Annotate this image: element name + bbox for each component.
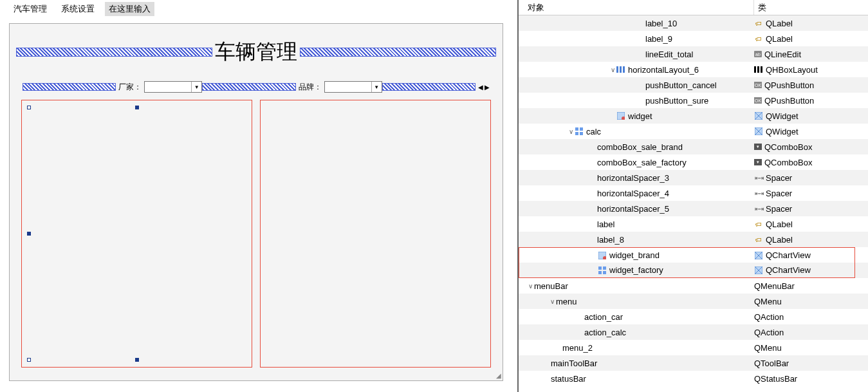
class-name: QPushButton <box>764 80 814 90</box>
selection-handle-icon[interactable] <box>135 358 139 362</box>
tree-row[interactable]: pushButton_cancelOKQPushButton <box>519 77 868 93</box>
object-name: menu <box>556 297 577 306</box>
tree-row[interactable]: label_9🏷QLabel <box>519 31 868 46</box>
designer-canvas[interactable]: 车辆管理 厂家： ▼ 品牌： ▼ ◀▶ ◢ <box>9 23 503 381</box>
horizontal-spacer-icon[interactable] <box>202 83 295 91</box>
class-name: QLabel <box>766 235 793 245</box>
object-name: calc <box>586 127 601 136</box>
expander-icon[interactable]: ∨ <box>567 128 575 135</box>
tree-row[interactable]: comboBox_sale_factory▾QComboBox <box>519 154 868 170</box>
class-name: QMenuBar <box>754 281 795 291</box>
tree-row[interactable]: label_8🏷QLabel <box>519 232 868 247</box>
object-name: mainToolBar <box>551 359 597 368</box>
tree-row[interactable]: horizontalSpacer_5⇤⇥Spacer <box>519 201 868 216</box>
tree-row[interactable]: ∨horizontalLayout_6QHBoxLayout <box>519 62 868 77</box>
tree-row[interactable]: widget_brandQChartView <box>519 247 868 263</box>
expander-icon[interactable]: ∨ <box>526 283 534 290</box>
tree-row[interactable]: menu_2QMenu <box>519 340 868 355</box>
object-name: menu_2 <box>562 343 593 353</box>
tree-row[interactable]: widget_factoryQChartView <box>519 263 868 278</box>
header-object[interactable]: 对象 <box>519 0 754 15</box>
class-name: QLabel <box>766 219 793 229</box>
tree-row[interactable]: label🏷QLabel <box>519 216 868 232</box>
header-class[interactable]: 类 <box>754 0 868 15</box>
page-title[interactable]: 车辆管理 <box>212 38 300 66</box>
tree-row[interactable]: ∨calcQWidget <box>519 124 868 139</box>
expander-icon[interactable]: ∨ <box>609 66 616 73</box>
object-name: widget_factory <box>609 265 663 275</box>
horizontal-spacer-icon[interactable] <box>16 48 212 57</box>
object-inspector: 对象 类 label_10🏷QLabellabel_9🏷QLabellineEd… <box>519 0 868 392</box>
tree-row[interactable]: statusBarQStatusBar <box>519 371 868 386</box>
object-name: label_9 <box>645 34 672 44</box>
object-name: widget_brand <box>609 250 660 260</box>
widget-icon <box>754 251 763 260</box>
class-name: QAction <box>754 328 784 337</box>
selection-handle-icon[interactable] <box>27 106 31 109</box>
horizontal-spacer-icon[interactable] <box>23 83 116 91</box>
chevron-down-icon: ▼ <box>371 82 382 92</box>
tree-row[interactable]: comboBox_sale_brand▾QComboBox <box>519 139 868 154</box>
tree-row[interactable]: pushButton_sureOKQPushButton <box>519 93 868 108</box>
tree-row[interactable]: ∨menuQMenu <box>519 294 868 309</box>
class-name: QWidget <box>766 111 799 121</box>
widget-brand-frame[interactable] <box>21 100 252 368</box>
tree-row[interactable]: action_carQAction <box>519 309 868 324</box>
factory-label: 厂家： <box>116 82 144 93</box>
menu-system-settings[interactable]: 系统设置 <box>57 2 98 16</box>
object-name: comboBox_sale_brand <box>597 142 683 152</box>
tree-row[interactable]: widgetQWidget <box>519 108 868 124</box>
grid-layout-icon <box>598 266 607 275</box>
layout-nav-arrows[interactable]: ◀▶ <box>478 84 490 91</box>
horizontal-spacer-icon[interactable] <box>382 83 476 91</box>
menu-type-here[interactable]: 在这里输入 <box>105 2 154 16</box>
tree-row[interactable]: lineEdit_totalabQLineEdit <box>519 46 868 62</box>
tree-row[interactable]: horizontalSpacer_3⇤⇥Spacer <box>519 170 868 185</box>
svg-rect-5 <box>761 66 762 73</box>
svg-rect-1 <box>620 66 622 73</box>
widget-icon <box>598 251 607 260</box>
object-name: horizontalLayout_6 <box>628 65 699 75</box>
class-name: QLineEdit <box>764 50 801 59</box>
resize-grip-icon[interactable]: ◢ <box>496 372 501 379</box>
label-icon: 🏷 <box>754 34 763 43</box>
label-icon: 🏷 <box>754 219 763 229</box>
object-name: horizontalSpacer_3 <box>597 173 669 183</box>
tree-row[interactable]: ∨menuBarQMenuBar <box>519 278 868 294</box>
selection-handle-icon[interactable] <box>27 358 31 362</box>
class-name: QToolBar <box>754 359 789 368</box>
tree-row[interactable]: mainToolBarQToolBar <box>519 355 868 371</box>
tree-row[interactable]: label_10🏷QLabel <box>519 15 868 31</box>
class-name: QHBoxLayout <box>766 65 818 75</box>
widget-icon <box>754 111 763 120</box>
pushbutton-icon: OK <box>754 82 762 88</box>
brand-combo[interactable]: ▼ <box>324 81 382 93</box>
combobox-icon: ▾ <box>754 159 762 165</box>
class-name: QChartView <box>766 265 811 275</box>
tree-row[interactable]: horizontalSpacer_4⇤⇥Spacer <box>519 185 868 201</box>
grid-layout-icon <box>575 127 584 136</box>
svg-rect-0 <box>616 66 618 73</box>
selection-handle-icon[interactable] <box>135 106 139 109</box>
class-name: QChartView <box>766 250 811 260</box>
factory-combo[interactable]: ▼ <box>144 81 202 93</box>
class-name: Spacer <box>766 189 792 198</box>
object-name: pushButton_sure <box>645 96 708 106</box>
expander-icon[interactable]: ∨ <box>548 298 556 305</box>
hbox-layout-icon <box>754 65 763 74</box>
tree-header: 对象 类 <box>519 0 868 15</box>
svg-rect-4 <box>757 66 759 73</box>
object-name: lineEdit_total <box>645 50 693 59</box>
widget-factory-frame[interactable] <box>260 100 491 368</box>
horizontal-spacer-icon[interactable] <box>300 48 496 57</box>
pushbutton-icon: OK <box>754 97 762 104</box>
hbox-layout-icon <box>616 65 625 74</box>
selection-handle-icon[interactable] <box>27 232 31 236</box>
class-name: QPushButton <box>764 96 814 106</box>
object-name: horizontalSpacer_4 <box>597 189 669 198</box>
menu-car-manage[interactable]: 汽车管理 <box>10 2 51 16</box>
object-name: label_8 <box>597 235 624 245</box>
tree-row[interactable]: action_calcQAction <box>519 324 868 340</box>
object-name: horizontalSpacer_5 <box>597 204 669 214</box>
lineedit-icon: ab <box>754 51 762 57</box>
